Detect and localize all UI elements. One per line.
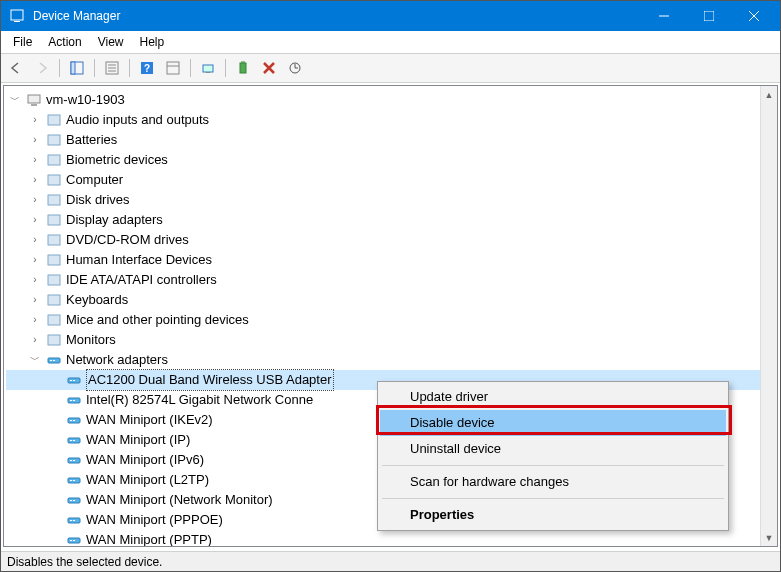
expander-icon[interactable]: › [28,270,42,290]
expander-icon[interactable]: › [28,310,42,330]
network-icon [46,352,62,368]
expander-icon[interactable]: › [28,290,42,310]
tree-device[interactable]: WAN Miniport (PPTP) [6,530,775,547]
maximize-button[interactable] [686,1,731,31]
network-adapter-icon [66,512,82,528]
tree-label: WAN Miniport (IKEv2) [86,410,213,430]
tree-label: IDE ATA/ATAPI controllers [66,270,217,290]
svg-rect-33 [48,335,60,345]
svg-rect-38 [70,380,72,381]
titlebar: Device Manager [1,1,780,31]
svg-rect-16 [203,65,213,72]
uninstall-device-button[interactable] [258,57,280,79]
svg-rect-32 [48,315,60,325]
svg-rect-54 [73,480,75,481]
svg-rect-62 [70,540,72,541]
tree-label: Biometric devices [66,150,168,170]
tree-category[interactable]: ›Human Interface Devices [6,250,775,270]
context-menu-item[interactable]: Update driver [380,384,726,410]
scroll-up-button[interactable]: ▲ [761,86,777,103]
menu-view[interactable]: View [90,33,132,51]
expander-icon[interactable]: › [28,250,42,270]
context-menu-item[interactable]: Scan for hardware changes [380,469,726,495]
tree-category[interactable]: ›Mice and other pointing devices [6,310,775,330]
tree-category[interactable]: ›Disk drives [6,190,775,210]
back-button[interactable] [5,57,27,79]
svg-rect-14 [167,62,179,74]
expander-icon[interactable]: › [28,210,42,230]
tree-category[interactable]: ›Keyboards [6,290,775,310]
expander-icon[interactable]: › [28,230,42,250]
audio-icon [46,112,62,128]
tree-label: DVD/CD-ROM drives [66,230,189,250]
help-button[interactable]: ? [136,57,158,79]
window-title: Device Manager [33,9,120,23]
context-menu-item[interactable]: Uninstall device [380,436,726,462]
tree-label: Human Interface Devices [66,250,212,270]
tree-category[interactable]: ›Batteries [6,130,775,150]
context-menu-item[interactable]: Properties [380,502,726,528]
update-driver-button[interactable] [284,57,306,79]
expander-icon[interactable]: › [28,190,42,210]
tree-category[interactable]: ›Audio inputs and outputs [6,110,775,130]
forward-button[interactable] [31,57,53,79]
hid-icon [46,252,62,268]
expander-icon[interactable]: ﹀ [8,90,22,110]
properties-button[interactable] [101,57,123,79]
computer-icon [26,92,42,108]
tree-label: Keyboards [66,290,128,310]
vertical-scrollbar[interactable]: ▲ ▼ [760,86,777,546]
svg-rect-57 [73,500,75,501]
expander-icon[interactable]: › [28,130,42,150]
svg-rect-29 [48,255,60,265]
svg-rect-21 [31,104,37,106]
tree-category[interactable]: ﹀Network adapters [6,350,775,370]
context-menu-item[interactable]: Disable device [380,410,726,436]
context-menu: Update driverDisable deviceUninstall dev… [377,381,729,531]
scroll-down-button[interactable]: ▼ [761,529,777,546]
expander-icon[interactable]: › [28,170,42,190]
tree-label: WAN Miniport (IPv6) [86,450,204,470]
expander-icon[interactable]: › [28,110,42,130]
action-button[interactable] [162,57,184,79]
svg-rect-0 [11,10,23,20]
expander-icon[interactable]: › [28,330,42,350]
svg-rect-23 [48,135,60,145]
svg-rect-59 [70,520,72,521]
svg-rect-48 [73,440,75,441]
tree-category[interactable]: ›DVD/CD-ROM drives [6,230,775,250]
minimize-button[interactable] [641,1,686,31]
svg-text:?: ? [144,63,150,74]
svg-rect-41 [70,400,72,401]
close-button[interactable] [731,1,776,31]
expander-icon[interactable]: › [28,150,42,170]
tree-category[interactable]: ›Display adapters [6,210,775,230]
menu-file[interactable]: File [5,33,40,51]
svg-rect-24 [48,155,60,165]
network-adapter-icon [66,392,82,408]
svg-rect-63 [73,540,75,541]
tree-label: Mice and other pointing devices [66,310,249,330]
enable-device-button[interactable] [232,57,254,79]
toolbar-separator [129,59,130,77]
tree-category[interactable]: ›Biometric devices [6,150,775,170]
svg-rect-60 [73,520,75,521]
status-text: Disables the selected device. [7,555,162,569]
keyboard-icon [46,292,62,308]
show-hide-tree-button[interactable] [66,57,88,79]
menu-action[interactable]: Action [40,33,89,51]
tree-label: AC1200 Dual Band Wireless USB Adapter [86,369,334,391]
toolbar-separator [190,59,191,77]
menu-help[interactable]: Help [132,33,173,51]
tree-category[interactable]: ›IDE ATA/ATAPI controllers [6,270,775,290]
expander-icon[interactable]: ﹀ [28,350,42,370]
svg-rect-53 [70,480,72,481]
tree-category[interactable]: ›Computer [6,170,775,190]
tree-category[interactable]: ›Monitors [6,330,775,350]
tree-root[interactable]: ﹀vm-w10-1903 [6,90,775,110]
scan-hardware-button[interactable] [197,57,219,79]
tree-label: WAN Miniport (L2TP) [86,470,209,490]
network-adapter-icon [66,432,82,448]
tree-label: WAN Miniport (IP) [86,430,190,450]
network-adapter-icon [66,492,82,508]
